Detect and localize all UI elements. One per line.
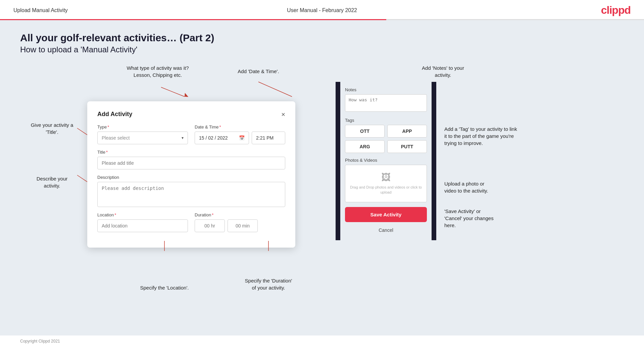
ann-upload: Upload a photo or video to the activity. — [444, 180, 511, 194]
tag-ott[interactable]: OTT — [345, 125, 385, 138]
date-value: 15 / 02 / 2022 — [199, 135, 228, 141]
phone-left-bar — [336, 82, 340, 240]
duration-inputs — [195, 219, 285, 232]
photo-text: Drag and Drop photos and videos or click… — [349, 185, 423, 195]
cancel-link[interactable]: Cancel — [345, 225, 427, 235]
right-panel: Add 'Notes' to your activity. Notes — [336, 64, 544, 240]
tags-grid: OTT APP ARG PUTT — [345, 125, 427, 153]
modal-title: Add Activity — [97, 111, 132, 118]
desc-label: Description — [97, 175, 285, 180]
photo-icon: 🖼 — [349, 172, 423, 183]
calendar-icon: 📅 — [239, 135, 245, 141]
datetime-group: Date & Time* 15 / 02 / 2022 📅 2:21 PM — [195, 124, 285, 144]
ann-description: Describe your activity. — [20, 175, 84, 189]
type-group: Type* Please select ▾ — [97, 124, 188, 144]
save-activity-button[interactable]: Save Activity — [345, 207, 427, 222]
type-select[interactable]: Please select ▾ — [97, 132, 188, 144]
chevron-down-icon: ▾ — [182, 136, 184, 140]
tags-section: Tags OTT APP ARG PUTT — [345, 118, 427, 153]
date-time-group: 15 / 02 / 2022 📅 2:21 PM — [195, 132, 285, 144]
page-title-sub: How to upload a 'Manual Activity' — [20, 45, 624, 54]
photos-section: Photos & Videos 🖼 Drag and Drop photos a… — [345, 158, 427, 202]
duration-hr-input[interactable] — [195, 219, 225, 232]
modal-close-button[interactable]: × — [281, 111, 285, 118]
date-input[interactable]: 15 / 02 / 2022 📅 — [195, 132, 249, 144]
modal-card: Add Activity × Type* Please select ▾ — [87, 101, 295, 248]
top-bar: Upload Manual Activity User Manual - Feb… — [0, 0, 644, 19]
notes-label: Notes — [345, 87, 427, 92]
duration-group: Duration* — [195, 212, 285, 232]
phone-mockup-wrapper: Notes Tags OTT APP ARG PUTT — [336, 82, 436, 240]
ann-title: Give your activity a 'Title'. — [20, 121, 84, 136]
notes-section: Notes — [345, 87, 427, 113]
time-value: 2:21 PM — [256, 135, 274, 141]
tag-putt[interactable]: PUTT — [387, 140, 427, 153]
photo-upload-area[interactable]: 🖼 Drag and Drop photos and videos or cli… — [345, 165, 427, 202]
location-group: Location* — [97, 212, 188, 232]
desc-textarea[interactable] — [97, 182, 285, 207]
type-datetime-row: Type* Please select ▾ Date & Time* — [97, 124, 285, 144]
tag-app[interactable]: APP — [387, 125, 427, 138]
manual-label: User Manual - February 2022 — [287, 7, 357, 13]
type-placeholder: Please select — [102, 135, 130, 141]
ann-tag: Add a 'Tag' to your activity to link it … — [444, 125, 518, 147]
location-input[interactable] — [97, 219, 188, 232]
photos-label: Photos & Videos — [345, 158, 427, 163]
tags-label: Tags — [345, 118, 427, 123]
location-label: Location* — [97, 212, 188, 217]
ann-location: Specify the 'Location'. — [131, 284, 198, 291]
ann-datetime: Add 'Date & Time'. — [228, 68, 289, 75]
logo: clippd — [601, 4, 631, 16]
right-annotations: Add a 'Tag' to your activity to link it … — [444, 82, 525, 229]
title-group: Title* — [97, 150, 285, 169]
phone-content: Notes Tags OTT APP ARG PUTT — [340, 82, 432, 240]
copyright: Copyright Clippd 2021 — [20, 339, 60, 344]
time-input[interactable]: 2:21 PM — [252, 132, 285, 144]
type-label: Type* — [97, 124, 188, 130]
ann-save: 'Save Activity' or 'Cancel' your changes… — [444, 208, 525, 229]
modal-header: Add Activity × — [97, 111, 285, 118]
phone-right-bar — [432, 82, 436, 240]
duration-label: Duration* — [195, 212, 285, 217]
page-label: Upload Manual Activity — [13, 7, 68, 13]
ann-type: What type of activity was it? Lesson, Ch… — [121, 64, 195, 79]
datetime-label: Date & Time* — [195, 124, 285, 130]
page-title-block: All your golf-relevant activities… (Part… — [20, 32, 624, 54]
title-input[interactable] — [97, 157, 285, 169]
footer: Copyright Clippd 2021 — [0, 335, 644, 347]
desc-group: Description — [97, 175, 285, 207]
main-content: All your golf-relevant activities… (Part… — [0, 20, 644, 335]
page-title-main: All your golf-relevant activities… (Part… — [20, 32, 624, 44]
duration-min-input[interactable] — [228, 219, 258, 232]
ann-duration: Specify the 'Duration' of your activity. — [232, 277, 305, 291]
ann-notes: Add 'Notes' to your activity. — [342, 64, 544, 79]
notes-textarea[interactable] — [345, 94, 427, 112]
location-duration-row: Location* Duration* — [97, 212, 285, 232]
title-label: Title* — [97, 150, 285, 155]
tag-arg[interactable]: ARG — [345, 140, 385, 153]
